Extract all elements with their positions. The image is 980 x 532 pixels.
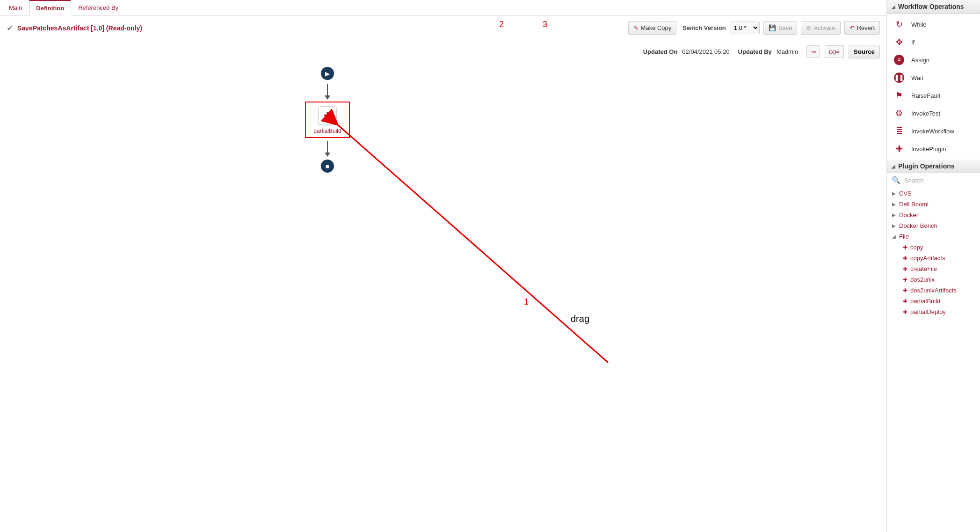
arrow-icon: [327, 141, 328, 156]
plugin-category-docker[interactable]: ▶Docker: [887, 210, 980, 220]
annotation-1: 1: [524, 297, 529, 307]
plugin-ops-header[interactable]: ◢ Plugin Operations: [887, 160, 980, 173]
caret-right-icon: ▶: [892, 223, 896, 228]
activate-icon: ⊘: [806, 24, 811, 31]
undo-icon: ↶: [849, 24, 855, 31]
revert-label: Revert: [857, 24, 875, 31]
tab-definition[interactable]: Definition: [29, 0, 71, 16]
status-check-icon: ✔: [7, 23, 14, 33]
tab-referenced[interactable]: Referenced By: [71, 0, 125, 16]
workflow-op-raise[interactable]: ⚑RaiseFault: [887, 87, 980, 104]
source-button[interactable]: Source: [849, 45, 880, 58]
updated-by-label: Updated By: [738, 48, 772, 55]
plugin-item-partialdeploy[interactable]: ✚partialDeploy: [887, 306, 980, 317]
plugin-ops-title: Plugin Operations: [898, 162, 955, 170]
workflow-op-label: InvokeWorkflow: [911, 128, 954, 135]
make-copy-button[interactable]: ✎ Make Copy: [628, 21, 677, 35]
make-copy-label: Make Copy: [641, 24, 672, 31]
workflow-op-invoketest[interactable]: ⚙InvokeTest: [887, 104, 980, 122]
plugin-search-input[interactable]: [904, 177, 980, 184]
puzzle-icon: ✚: [903, 309, 907, 315]
variable-icon: (x)=: [829, 48, 840, 55]
workflow-op-label: If: [911, 39, 915, 46]
plugin-category-docker-bench[interactable]: ▶Docker Bench: [887, 220, 980, 231]
plugin-category-cvs[interactable]: ▶CVS: [887, 188, 980, 199]
caret-right-icon: ▶: [892, 212, 896, 218]
workflow-op-label: While: [911, 21, 927, 28]
plugin-category-label: Docker: [899, 211, 918, 219]
workflow-op-invokeplugin[interactable]: ✚InvokePlugin: [887, 140, 980, 158]
puzzle-icon: ✚: [903, 287, 907, 294]
updated-on-value: 02/04/2021 05:20: [682, 48, 729, 55]
arrow-icon: [327, 84, 328, 99]
puzzle-icon: ✚: [903, 277, 907, 283]
plugin-item-label: createFile: [910, 265, 937, 272]
workflow-op-label: InvokePlugin: [911, 146, 946, 153]
start-node[interactable]: ▶: [321, 67, 334, 80]
while-icon: ↻: [893, 19, 906, 29]
plugin-category-dell-boomi[interactable]: ▶Dell Boomi: [887, 199, 980, 210]
save-icon: 💾: [769, 24, 776, 31]
activate-label: Activate: [813, 24, 835, 31]
annotation-3: 3: [543, 20, 547, 29]
workflow-flow: ▶ ✚ partialBuild ■: [299, 63, 356, 176]
puzzle-icon: ✚: [903, 244, 907, 251]
workflow-op-label: RaiseFault: [911, 92, 940, 99]
plugin-item-copyartifacts[interactable]: ✚copyArtifacts: [887, 253, 980, 263]
invoketest-icon: ⚙: [893, 108, 906, 118]
workflow-op-label: Wait: [911, 74, 923, 81]
raise-icon: ⚑: [893, 90, 906, 101]
plugin-category-label: Dell Boomi: [899, 201, 929, 208]
variables-button[interactable]: (x)=: [825, 45, 844, 58]
workflow-canvas[interactable]: ▶ ✚ partialBuild ■ 1 drag: [0, 63, 886, 532]
annotation-2: 2: [499, 20, 504, 29]
plugin-item-label: copy: [910, 244, 923, 251]
puzzle-icon: ✚: [318, 106, 337, 125]
page-title: SavePatchesAsArtifact [1.0] (Read-only): [17, 24, 624, 32]
puzzle-icon: ✚: [903, 298, 907, 305]
tab-main[interactable]: Main: [2, 0, 29, 16]
save-button[interactable]: 💾 Save: [763, 21, 798, 35]
import-icon: ⇥: [811, 48, 816, 55]
search-icon: 🔍: [892, 176, 900, 184]
pencil-icon: ✎: [633, 24, 639, 31]
assign-icon: =: [893, 55, 906, 65]
plugin-item-label: copyArtifacts: [910, 255, 945, 262]
workflow-op-invokewf[interactable]: ≣InvokeWorkflow: [887, 122, 980, 140]
plugin-item-dos2unixartifacts[interactable]: ✚dos2unixArtifacts: [887, 285, 980, 296]
sidebar: ◢ Workflow Operations ↻While✥If=Assign❚❚…: [886, 0, 980, 532]
collapse-icon: ◢: [892, 164, 895, 169]
plugin-item-label: dos2unixArtifacts: [910, 287, 957, 294]
updated-on-label: Updated On: [643, 48, 678, 55]
if-icon: ✥: [893, 37, 906, 47]
workflow-op-list: ↻While✥If=Assign❚❚Wait⚑RaiseFault⚙Invoke…: [887, 14, 980, 160]
plugin-search-row: 🔍: [887, 173, 980, 187]
workflow-op-while[interactable]: ↻While: [887, 15, 980, 33]
plugin-item-dos2unix[interactable]: ✚dos2unix: [887, 274, 980, 285]
workflow-ops-header[interactable]: ◢ Workflow Operations: [887, 0, 980, 14]
revert-button[interactable]: ↶ Revert: [844, 21, 880, 35]
workflow-op-if[interactable]: ✥If: [887, 33, 980, 51]
switch-version-label: Switch Version: [682, 24, 726, 31]
wait-icon: ❚❚: [893, 73, 906, 83]
plugin-item-partialbuild[interactable]: ✚partialBuild: [887, 296, 980, 306]
workflow-op-wait[interactable]: ❚❚Wait: [887, 69, 980, 87]
plugin-item-createfile[interactable]: ✚createFile: [887, 263, 980, 274]
header: ✔ SavePatchesAsArtifact [1.0] (Read-only…: [0, 16, 886, 40]
activate-button[interactable]: ⊘ Activate: [801, 21, 840, 35]
plugin-category-label: File: [899, 233, 909, 240]
version-select[interactable]: 1.0 *: [730, 22, 760, 34]
annotation-arrow: [0, 63, 886, 532]
import-button[interactable]: ⇥: [806, 45, 820, 58]
plugin-node-label: partialBuild: [313, 128, 341, 134]
plugin-item-copy[interactable]: ✚copy: [887, 242, 980, 253]
plugin-category-label: Docker Bench: [899, 222, 937, 229]
caret-right-icon: ▶: [892, 202, 896, 207]
invokewf-icon: ≣: [893, 126, 906, 136]
plugin-category-file[interactable]: ◢File: [887, 231, 980, 242]
plugin-item-label: dos2unix: [910, 276, 935, 283]
svg-line-0: [337, 124, 608, 363]
plugin-node-partialbuild[interactable]: ✚ partialBuild: [305, 102, 349, 138]
workflow-op-assign[interactable]: =Assign: [887, 51, 980, 69]
end-node[interactable]: ■: [321, 160, 334, 173]
